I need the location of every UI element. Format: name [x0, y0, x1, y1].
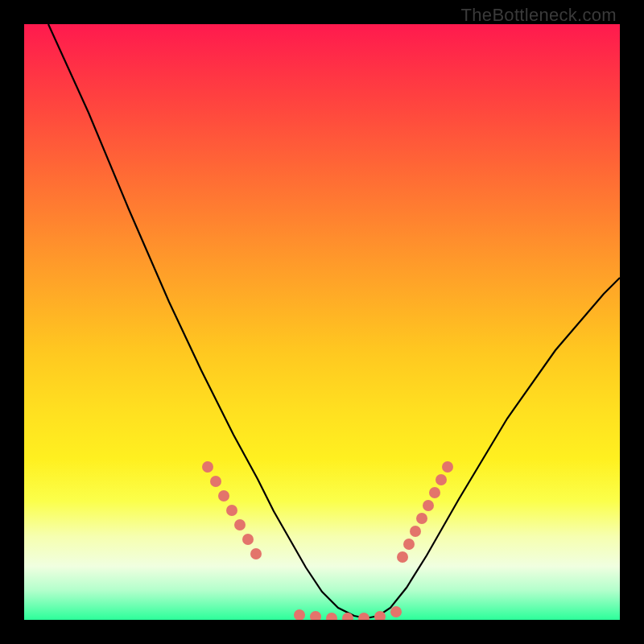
data-marker — [242, 534, 254, 545]
data-marker — [410, 526, 421, 537]
data-marker — [423, 500, 434, 511]
chart-svg — [24, 24, 620, 620]
data-marker — [210, 476, 221, 487]
data-marker — [226, 505, 237, 516]
data-marker — [202, 461, 213, 473]
data-marker — [234, 519, 246, 530]
data-marker — [416, 513, 427, 524]
watermark-text: TheBottleneck.com — [461, 5, 617, 26]
data-marker — [358, 613, 369, 620]
data-marker — [442, 461, 453, 473]
data-marker — [397, 551, 408, 563]
data-marker — [218, 490, 229, 502]
data-marker — [294, 609, 305, 620]
data-marker — [436, 474, 447, 485]
bottleneck-curve — [48, 24, 620, 618]
data-marker — [250, 548, 262, 559]
data-marker — [326, 613, 337, 620]
data-marker — [310, 611, 321, 620]
data-marker — [429, 487, 440, 498]
data-marker — [403, 539, 415, 550]
data-marker — [390, 606, 402, 617]
